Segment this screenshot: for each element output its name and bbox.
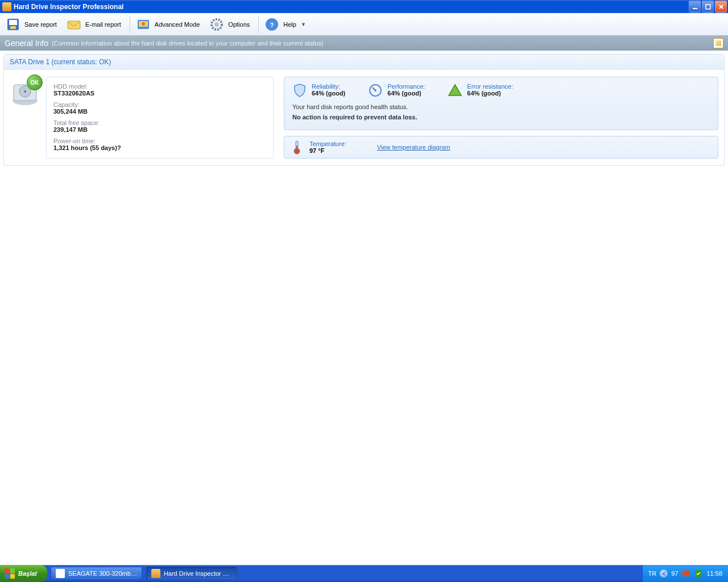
- svg-point-10: [214, 22, 219, 27]
- svg-rect-3: [9, 20, 17, 25]
- advanced-mode-label: Advanced Mode: [155, 21, 200, 28]
- tray-temp[interactable]: 97: [671, 570, 678, 577]
- chevron-down-icon: ▼: [301, 22, 306, 27]
- error-metric: Error resistance:64% (good): [448, 83, 513, 98]
- svg-point-18: [374, 89, 377, 92]
- section-title: General Info: [5, 39, 48, 48]
- section-description: (Common information about the hard disk …: [52, 40, 324, 47]
- poweron-value: 1,321 hours (55 days)?: [53, 144, 266, 151]
- task-icon: [56, 569, 65, 578]
- svg-rect-1: [706, 5, 710, 9]
- svg-rect-0: [693, 8, 697, 9]
- close-button[interactable]: [715, 1, 727, 13]
- svg-rect-4: [10, 26, 16, 29]
- svg-rect-22: [682, 571, 689, 576]
- help-icon: ?: [264, 16, 280, 32]
- app-icon: [2, 2, 11, 11]
- performance-metric: Performance:64% (good): [368, 83, 425, 98]
- clock[interactable]: 11:58: [706, 570, 722, 577]
- help-button[interactable]: ? Help ▼: [261, 15, 312, 34]
- note-icon[interactable]: [713, 38, 723, 48]
- start-label: Başlat: [18, 570, 37, 577]
- options-button[interactable]: Options: [206, 15, 256, 34]
- tray-expand-icon[interactable]: <: [660, 569, 668, 577]
- error-label: Error resistance:: [467, 83, 513, 90]
- advanced-mode-button[interactable]: Advanced Mode: [133, 15, 206, 34]
- shield-icon: [292, 83, 307, 98]
- taskbar-item-2[interactable]: Hard Drive Inspector …: [146, 567, 237, 580]
- window-title: Hard Drive Inspector Professional: [14, 3, 689, 11]
- capacity-label: Capacity:: [53, 101, 266, 108]
- system-tray: TR < 97 11:58: [642, 565, 728, 582]
- triangle-icon: [448, 83, 462, 98]
- svg-point-21: [294, 148, 300, 154]
- model-value: ST3320620AS: [53, 90, 266, 97]
- email-report-button[interactable]: E-mail report: [63, 15, 127, 34]
- tray-icon[interactable]: [694, 569, 703, 578]
- svg-text:?: ?: [270, 22, 274, 28]
- ok-badge: OK: [27, 74, 43, 90]
- reliability-metric: Reliability:64% (good): [292, 83, 345, 98]
- toolbar-separator: [258, 16, 259, 33]
- temperature-value: 97 °F: [309, 147, 346, 154]
- task-icon: [151, 569, 160, 578]
- toolbar: Save report E-mail report Advanced Mode …: [0, 13, 728, 36]
- save-report-label: Save report: [24, 21, 57, 28]
- temperature-label: Temperature:: [309, 140, 346, 147]
- temperature-box: Temperature:97 °F View temperature diagr…: [284, 136, 718, 159]
- help-label: Help: [283, 21, 296, 28]
- free-value: 239,147 MB: [53, 126, 266, 133]
- maximize-button[interactable]: [702, 1, 714, 13]
- drive-panel: SATA Drive 1 (current status: OK) OK HDD…: [3, 54, 725, 166]
- gauge-icon: [368, 83, 383, 98]
- free-label: Total free space:: [53, 119, 266, 126]
- thermometer-icon: [292, 140, 301, 155]
- svg-point-8: [142, 22, 145, 26]
- performance-value: 64% (good): [387, 90, 425, 97]
- section-header: General Info (Common information about t…: [0, 36, 728, 51]
- windows-logo-icon: [5, 568, 15, 579]
- task-label: SEAGATE 300-320mb…: [68, 570, 137, 577]
- svg-point-16: [24, 90, 26, 93]
- options-label: Options: [228, 21, 250, 28]
- status-line1: Your hard disk reports good health statu…: [292, 103, 710, 110]
- temperature-link[interactable]: View temperature diagram: [377, 144, 450, 151]
- start-button[interactable]: Başlat: [0, 565, 47, 582]
- content-area: SATA Drive 1 (current status: OK) OK HDD…: [0, 51, 728, 565]
- drive-info-box: HDD model:ST3320620AS Capacity:305,244 M…: [46, 77, 274, 159]
- drive-icon: OK: [10, 77, 40, 159]
- titlebar: Hard Drive Inspector Professional: [0, 0, 728, 13]
- performance-label: Performance:: [387, 83, 425, 90]
- save-report-button[interactable]: Save report: [2, 15, 63, 34]
- gear-icon: [209, 16, 225, 32]
- capacity-value: 305,244 MB: [53, 108, 266, 115]
- status-line2: No action is required to prevent data lo…: [292, 114, 710, 120]
- status-box: Reliability:64% (good) Performance:64% (…: [284, 77, 718, 130]
- email-report-label: E-mail report: [85, 21, 121, 28]
- toolbar-separator: [130, 16, 130, 33]
- save-icon: [5, 16, 21, 32]
- svg-rect-5: [68, 21, 80, 29]
- task-label: Hard Drive Inspector …: [164, 570, 229, 577]
- language-indicator[interactable]: TR: [648, 570, 657, 577]
- error-value: 64% (good): [467, 90, 513, 97]
- taskbar: Başlat SEAGATE 300-320mb… Hard Drive Ins…: [0, 565, 728, 582]
- email-icon: [66, 16, 82, 32]
- minimize-button[interactable]: [689, 1, 701, 13]
- drive-header: SATA Drive 1 (current status: OK): [4, 55, 724, 70]
- reliability-value: 64% (good): [312, 90, 345, 97]
- taskbar-item-1[interactable]: SEAGATE 300-320mb…: [51, 567, 142, 580]
- tray-icon[interactable]: [681, 569, 690, 578]
- poweron-label: Power-on time:: [53, 138, 266, 144]
- advanced-icon: [135, 16, 151, 32]
- reliability-label: Reliability:: [312, 83, 345, 90]
- model-label: HDD model:: [53, 83, 266, 90]
